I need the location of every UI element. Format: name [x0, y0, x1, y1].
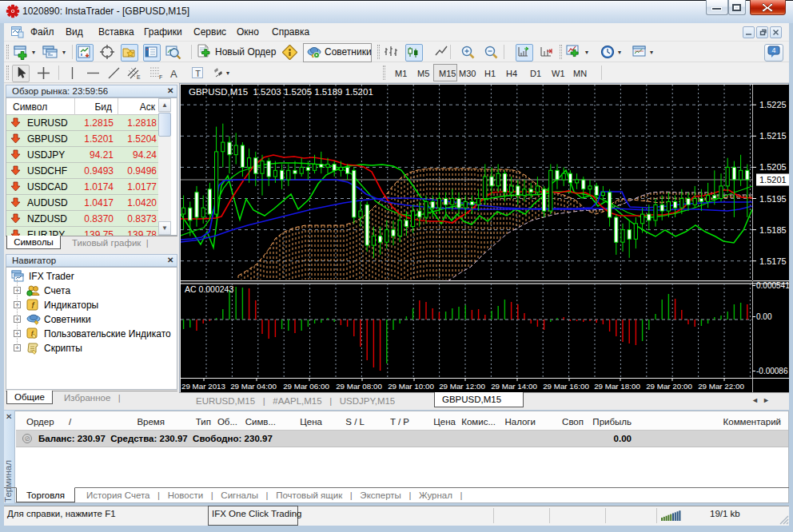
svg-text:1.5215: 1.5215 [759, 131, 787, 141]
svg-text:1.5175: 1.5175 [759, 256, 787, 266]
svg-text:29 Mar 06:00: 29 Mar 06:00 [283, 382, 329, 391]
svg-text:1.5185: 1.5185 [759, 225, 787, 235]
svg-text:29 Mar 04:00: 29 Mar 04:00 [230, 382, 277, 391]
svg-text:AC 0.000243: AC 0.000243 [185, 284, 233, 294]
svg-text:4: 4 [771, 46, 775, 54]
svg-text:T: T [195, 69, 201, 78]
svg-text:1.5205: 1.5205 [759, 162, 787, 172]
svg-text:29 Mar 2013: 29 Mar 2013 [181, 382, 226, 391]
svg-text:29 Mar 20:00: 29 Mar 20:00 [646, 382, 692, 391]
svg-text:29 Mar 16:00: 29 Mar 16:00 [543, 382, 589, 391]
svg-text:GBPUSD,M15 1.5203 1.5205 1.51: GBPUSD,M15 1.5203 1.5205 1.5189 1.5201 [189, 87, 373, 97]
svg-text:1.5225: 1.5225 [759, 100, 787, 109]
svg-text:29 Mar 14:00: 29 Mar 14:00 [491, 382, 537, 391]
svg-text:29 Mar 08:00: 29 Mar 08:00 [336, 382, 382, 391]
svg-text:0.000541: 0.000541 [756, 281, 789, 290]
svg-text:1.5201: 1.5201 [759, 175, 787, 185]
svg-text:E: E [137, 74, 141, 80]
svg-text:1.5195: 1.5195 [759, 194, 787, 204]
svg-text:-0.00086: -0.00086 [756, 367, 788, 375]
svg-text:29 Mar 18:00: 29 Mar 18:00 [594, 382, 640, 391]
svg-text:29 Mar 12:00: 29 Mar 12:00 [439, 382, 485, 391]
svg-text:F: F [159, 74, 162, 80]
svg-text:29 Mar 22:00: 29 Mar 22:00 [698, 382, 744, 391]
svg-text:0.00: 0.00 [756, 312, 772, 321]
svg-text:29 Mar 10:00: 29 Mar 10:00 [388, 382, 434, 391]
